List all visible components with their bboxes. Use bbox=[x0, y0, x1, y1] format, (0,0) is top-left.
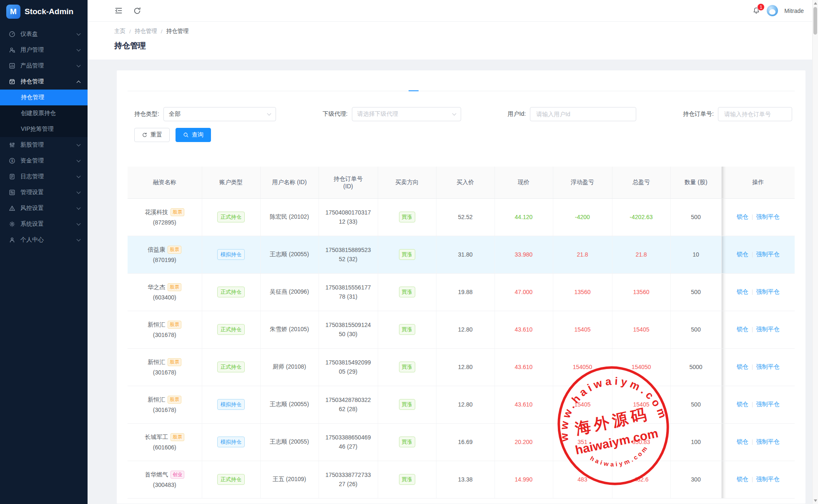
sidebar-subitem[interactable]: 持仓管理 bbox=[0, 90, 88, 105]
chevron-down-icon bbox=[77, 221, 81, 225]
force-close-link[interactable]: 强制平仓 bbox=[756, 213, 780, 221]
chevron-down-icon bbox=[267, 111, 271, 115]
lock-position-link[interactable]: 锁仓 bbox=[737, 363, 748, 371]
query-button[interactable]: 查询 bbox=[176, 128, 211, 142]
force-close-link[interactable]: 强制平仓 bbox=[756, 401, 780, 408]
force-close-link[interactable]: 强制平仓 bbox=[756, 288, 780, 296]
cell-direction: 買漲 bbox=[378, 386, 436, 423]
sidebar-item[interactable]: 仪表盘 bbox=[0, 26, 88, 42]
scrollbar-thumb[interactable] bbox=[813, 7, 817, 35]
cell-float-pl: 13560 bbox=[553, 273, 612, 311]
filter-label: 用户Id: bbox=[508, 110, 526, 118]
notification-bell-icon[interactable]: 1 bbox=[752, 7, 760, 15]
sidebar-item-label: 用户管理 bbox=[20, 46, 77, 54]
positions-card: 持仓类型: 全部 下级代理: 请选择下级代理 bbox=[117, 70, 805, 504]
tabs bbox=[128, 79, 795, 91]
user-id-field[interactable] bbox=[535, 110, 631, 118]
breadcrumb-positions[interactable]: 持仓管理 bbox=[135, 27, 157, 35]
cell-user: 王志顺 (20055) bbox=[260, 236, 319, 273]
sidebar-item-label: 系统设置 bbox=[20, 220, 77, 228]
direction-tag: 買漲 bbox=[399, 287, 415, 298]
sidebar-item[interactable]: 系统设置 bbox=[0, 216, 88, 232]
cell-current-price: 33.980 bbox=[494, 236, 553, 273]
table-row: 华之杰 股票 (603400) 正式持仓 吴征燕 (20096) 1750381… bbox=[128, 273, 795, 311]
cell-direction: 買漲 bbox=[378, 273, 436, 311]
sidebar-item-label: 日志管理 bbox=[20, 173, 77, 180]
cell-account-type: 正式持仓 bbox=[202, 198, 260, 236]
force-close-link[interactable]: 强制平仓 bbox=[756, 438, 780, 446]
force-close-link[interactable]: 强制平仓 bbox=[756, 326, 780, 333]
tab[interactable] bbox=[444, 79, 446, 91]
sidebar-subitem[interactable]: VIP抢筹管理 bbox=[0, 121, 88, 137]
order-no-line2: 78 (31) bbox=[321, 293, 376, 300]
cell-qty: 500 bbox=[670, 386, 721, 423]
tab[interactable] bbox=[413, 79, 414, 91]
cell-actions: 锁仓 强制平仓 bbox=[721, 198, 795, 236]
lock-position-link[interactable]: 锁仓 bbox=[737, 438, 748, 446]
lock-position-link[interactable]: 锁仓 bbox=[737, 213, 748, 221]
stock-code: (870199) bbox=[129, 257, 200, 263]
vertical-scrollbar[interactable] bbox=[812, 0, 818, 504]
action-divider bbox=[752, 252, 753, 257]
lock-position-link[interactable]: 锁仓 bbox=[737, 476, 748, 483]
account-type-tag: 正式持仓 bbox=[217, 212, 245, 223]
breadcrumb-home[interactable]: 主页 bbox=[114, 27, 125, 35]
order-no-line1: 17504080170317 bbox=[321, 209, 376, 216]
order-no-line1: 17503815492099 bbox=[321, 359, 376, 366]
sidebar-subitem[interactable]: 创建股票持仓 bbox=[0, 105, 88, 121]
tab[interactable] bbox=[476, 79, 478, 91]
market-tag: 股票 bbox=[168, 246, 181, 254]
logs-document-icon bbox=[9, 173, 15, 180]
cell-name: 倍益康 股票 (870199) bbox=[128, 236, 202, 273]
username[interactable]: Mitrade bbox=[784, 7, 804, 14]
chevron-down-icon bbox=[77, 47, 81, 51]
direction-tag: 買漲 bbox=[399, 474, 415, 485]
search-icon bbox=[183, 132, 189, 138]
sidebar-item[interactable]: 持仓管理 bbox=[0, 74, 88, 90]
cell-name: 首华燃气 创业 (300483) bbox=[128, 461, 202, 498]
force-close-link[interactable]: 强制平仓 bbox=[756, 363, 780, 371]
sidebar-item[interactable]: 风控设置 bbox=[0, 200, 88, 216]
sidebar: M Stock-Admin 仪表盘 用户管理 产品管理 持仓管理 持仓管理 创建… bbox=[0, 0, 88, 504]
cell-order-no: 17503815889523 52 (32) bbox=[319, 236, 378, 273]
force-close-link[interactable]: 强制平仓 bbox=[756, 476, 780, 483]
cell-total-pl: 350.83 bbox=[612, 423, 670, 461]
sidebar-item[interactable]: 产品管理 bbox=[0, 58, 88, 74]
order-no-line2: 50 (30) bbox=[321, 331, 376, 337]
content: 持仓类型: 全部 下级代理: 请选择下级代理 bbox=[88, 60, 818, 504]
direction-tag: 買漲 bbox=[399, 362, 415, 373]
scroll-down-arrow-icon[interactable] bbox=[814, 499, 817, 502]
breadcrumb: 主页 / 持仓管理 / 持仓管理 bbox=[114, 27, 818, 35]
force-close-link[interactable]: 强制平仓 bbox=[756, 251, 780, 258]
stock-code: (301678) bbox=[129, 332, 200, 338]
avatar[interactable] bbox=[767, 5, 778, 16]
sidebar-item[interactable]: 新股管理 bbox=[0, 137, 88, 153]
cell-user: 朱雪娇 (20105) bbox=[260, 311, 319, 348]
stock-name: 新恒汇 bbox=[148, 321, 165, 329]
reset-icon bbox=[142, 132, 148, 138]
lock-position-link[interactable]: 锁仓 bbox=[737, 288, 748, 296]
reload-icon[interactable] bbox=[133, 7, 141, 15]
cell-qty: 500 bbox=[670, 198, 721, 236]
sidebar-item[interactable]: 个人中心 bbox=[0, 232, 88, 248]
reset-button[interactable]: 重置 bbox=[134, 128, 170, 142]
sidebar-item[interactable]: 日志管理 bbox=[0, 169, 88, 185]
sidebar-item[interactable]: 管理设置 bbox=[0, 185, 88, 200]
position-type-select[interactable]: 全部 bbox=[163, 107, 276, 121]
agent-select[interactable]: 请选择下级代理 bbox=[352, 107, 461, 121]
lock-position-link[interactable]: 锁仓 bbox=[737, 401, 748, 408]
sidebar-item[interactable]: 用户管理 bbox=[0, 42, 88, 58]
breadcrumb-current: 持仓管理 bbox=[166, 27, 189, 35]
table-row: 花溪科技 股票 (872895) 正式持仓 陈宏民 (20102) 175040… bbox=[128, 198, 795, 236]
lock-position-link[interactable]: 锁仓 bbox=[737, 326, 748, 333]
menu-fold-icon[interactable] bbox=[114, 6, 123, 15]
lock-position-link[interactable]: 锁仓 bbox=[737, 251, 748, 258]
cell-order-no: 17504080170317 12 (33) bbox=[319, 198, 378, 236]
order-no-line1: 17503815509124 bbox=[321, 322, 376, 328]
cell-current-price: 43.610 bbox=[494, 348, 553, 386]
chevron-down-icon bbox=[77, 80, 81, 85]
scroll-up-arrow-icon[interactable] bbox=[814, 2, 817, 5]
tab[interactable] bbox=[508, 79, 509, 91]
order-no-field[interactable] bbox=[723, 110, 787, 118]
sidebar-item[interactable]: $ 资金管理 bbox=[0, 153, 88, 169]
